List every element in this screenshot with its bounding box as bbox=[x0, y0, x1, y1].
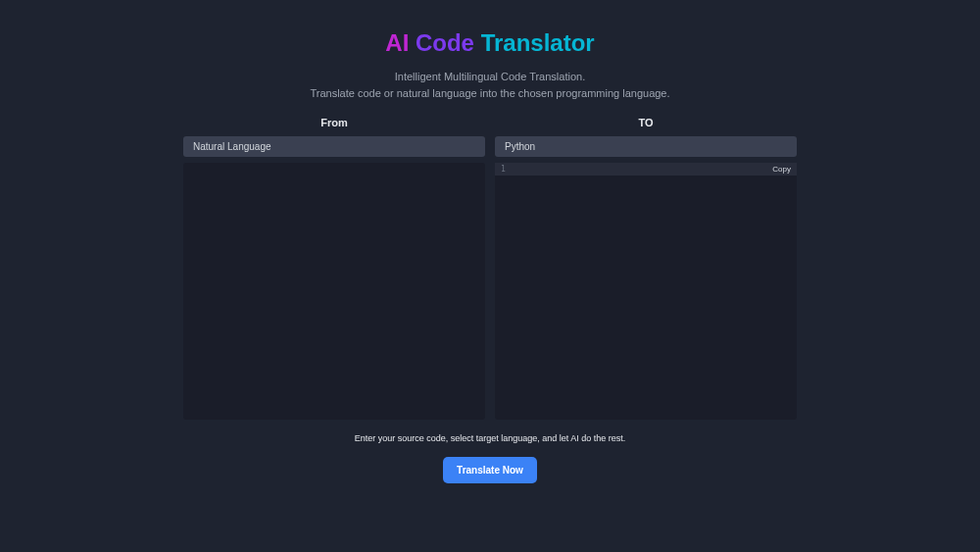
page-title: AI Code Translator bbox=[385, 29, 594, 57]
footer-hint: Enter your source code, select target la… bbox=[355, 433, 626, 443]
from-label: From bbox=[183, 117, 485, 128]
subtitle: Intelligent Multilingual Code Translatio… bbox=[310, 69, 669, 101]
translate-button[interactable]: Translate Now bbox=[443, 457, 537, 483]
panels-row: From Natural Language TO Python 1 Copy bbox=[183, 117, 797, 420]
from-language-selector[interactable]: Natural Language bbox=[183, 136, 485, 157]
to-panel: TO Python 1 Copy bbox=[495, 117, 797, 420]
from-editor-area bbox=[183, 163, 485, 420]
title-word-ai: AI bbox=[385, 29, 409, 56]
title-word-translator: Translator bbox=[481, 29, 595, 56]
subtitle-line2: Translate code or natural language into … bbox=[310, 85, 669, 102]
to-output: 1 Copy bbox=[495, 163, 797, 420]
to-editor-area: 1 Copy bbox=[495, 163, 797, 420]
to-language-selector[interactable]: Python bbox=[495, 136, 797, 157]
main-container: AI Code Translator Intelligent Multiling… bbox=[0, 0, 980, 483]
from-panel: From Natural Language bbox=[183, 117, 485, 420]
copy-button[interactable]: Copy bbox=[772, 165, 793, 174]
subtitle-line1: Intelligent Multilingual Code Translatio… bbox=[310, 69, 669, 85]
title-word-code: Code bbox=[416, 29, 474, 56]
to-label: TO bbox=[495, 117, 797, 128]
from-input[interactable] bbox=[183, 163, 485, 420]
output-topbar: 1 Copy bbox=[495, 163, 797, 176]
line-number: 1 bbox=[499, 165, 506, 174]
